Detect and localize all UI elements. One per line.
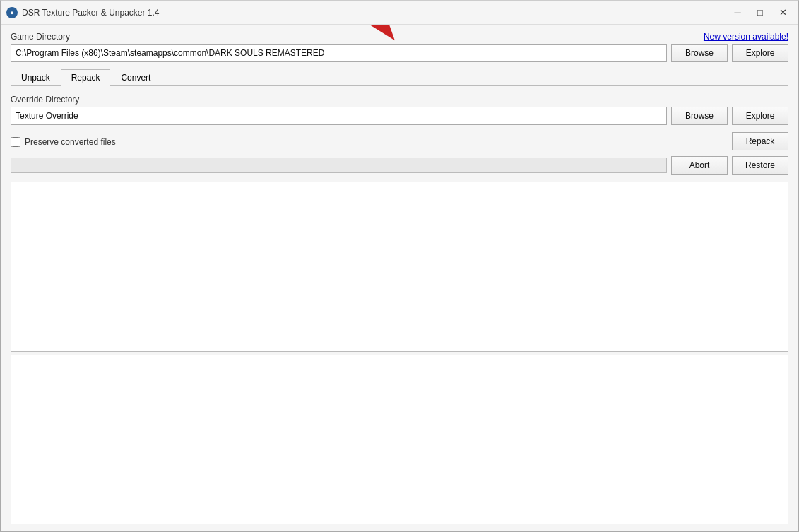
tab-convert[interactable]: Convert [110, 69, 161, 86]
log-area-upper-content [11, 182, 788, 188]
override-directory-input[interactable] [11, 107, 667, 125]
minimize-button[interactable]: ─ [728, 5, 747, 20]
game-directory-input-row: Browse Explore [11, 44, 788, 62]
progress-bar-wrapper [11, 158, 667, 173]
log-areas [11, 182, 788, 524]
game-dir-browse-button[interactable]: Browse [671, 44, 728, 62]
tab-repack[interactable]: Repack [61, 69, 111, 86]
game-directory-section: Game Directory New version available! [11, 32, 788, 62]
tab-content-area: Override Directory Browse Explore Preser… [11, 90, 788, 175]
restore-button[interactable]: Restore [732, 156, 788, 175]
preserve-checkbox[interactable] [11, 137, 20, 147]
maximize-button[interactable]: □ [750, 5, 770, 20]
repack-panel: Override Directory Browse Explore Preser… [11, 90, 788, 175]
override-directory-label: Override Directory [11, 95, 788, 105]
abort-button[interactable]: Abort [671, 156, 728, 175]
app-icon: ● [6, 7, 18, 18]
override-directory-input-row: Browse Explore [11, 107, 788, 125]
window-title: DSR Texture Packer & Unpacker 1.4 [22, 8, 160, 18]
titlebar-left: ● DSR Texture Packer & Unpacker 1.4 [6, 7, 160, 18]
repack-button[interactable]: Repack [732, 132, 788, 150]
preserve-checkbox-row: Preserve converted files [11, 137, 116, 147]
new-version-link[interactable]: New version available! [704, 32, 788, 42]
main-window: ● DSR Texture Packer & Unpacker 1.4 ─ □ … [0, 0, 799, 532]
titlebar: ● DSR Texture Packer & Unpacker 1.4 ─ □ … [1, 1, 798, 25]
override-explore-button[interactable]: Explore [732, 107, 788, 125]
log-area-upper[interactable] [11, 182, 788, 352]
override-browse-button[interactable]: Browse [671, 107, 728, 125]
game-dir-header-row: Game Directory New version available! [11, 32, 788, 42]
preserve-label[interactable]: Preserve converted files [25, 137, 116, 147]
main-content: Game Directory New version available! [1, 25, 798, 531]
game-directory-label: Game Directory [11, 32, 70, 42]
game-directory-input[interactable] [11, 44, 667, 62]
override-directory-section: Override Directory Browse Explore [11, 95, 788, 125]
tabs-container: Unpack Repack Convert [11, 69, 788, 86]
log-area-lower-content [11, 355, 788, 361]
log-area-lower[interactable] [11, 355, 788, 525]
game-dir-explore-button[interactable]: Explore [732, 44, 788, 62]
tab-unpack[interactable]: Unpack [11, 69, 61, 86]
window-controls: ─ □ ✕ [728, 5, 793, 20]
close-button[interactable]: ✕ [773, 5, 793, 20]
